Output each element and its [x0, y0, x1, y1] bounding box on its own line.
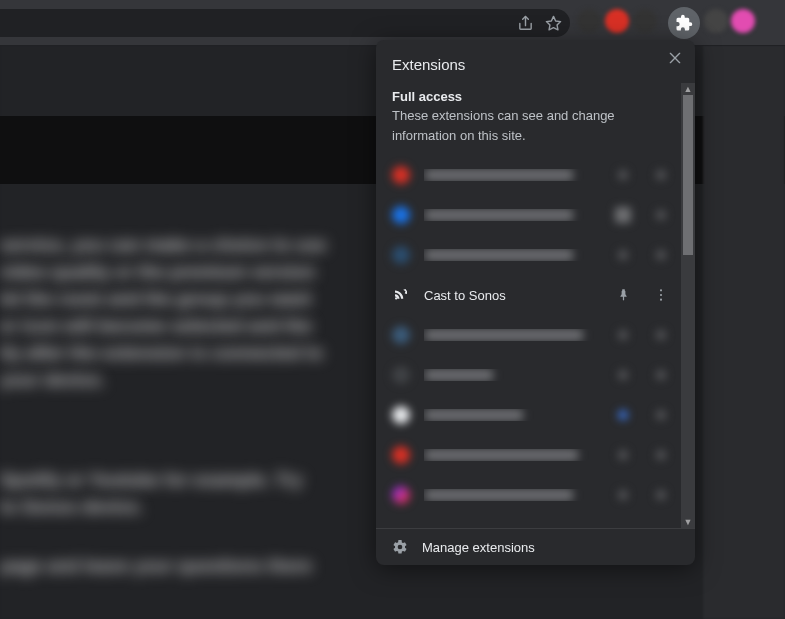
background-text: Spotify or Youtube for example. Try [0, 470, 302, 491]
svg-point-3 [395, 297, 397, 299]
scrollbar-thumb[interactable] [683, 95, 693, 255]
extensions-popup: Extensions Full access These extensions … [376, 40, 695, 565]
pin-button[interactable] [611, 363, 635, 387]
extension-name: Cast to Sonos [424, 288, 597, 303]
popup-title: Extensions [392, 50, 679, 77]
extension-icon [392, 326, 410, 344]
pin-button[interactable] [611, 203, 635, 227]
pin-button[interactable] [611, 283, 635, 307]
extension-name [424, 489, 574, 501]
extension-name [424, 329, 584, 341]
extension-icon [392, 446, 410, 464]
omnibox[interactable] [0, 9, 570, 37]
more-button[interactable] [649, 483, 673, 507]
more-button[interactable] [649, 443, 673, 467]
extension-icon [392, 406, 410, 424]
pin-button[interactable] [611, 483, 635, 507]
extension-row[interactable] [376, 395, 681, 435]
extension-name [424, 169, 574, 181]
more-button[interactable] [649, 243, 673, 267]
background-text: video quality or the premium version [0, 262, 315, 283]
background-text: let the room and the group you want [0, 289, 311, 310]
popup-body: Full access These extensions can see and… [376, 83, 695, 528]
extension-row[interactable] [376, 195, 681, 235]
extensions-button[interactable] [668, 7, 700, 39]
extension-icon [392, 206, 410, 224]
close-button[interactable] [665, 48, 685, 68]
section-heading: Full access [376, 83, 681, 104]
extension-icon [392, 246, 410, 264]
page-right-column [703, 45, 785, 619]
more-button[interactable] [649, 323, 673, 347]
pin-button[interactable] [611, 403, 635, 427]
extension-row-cast-to-sonos[interactable]: Cast to Sonos [376, 275, 681, 315]
more-button[interactable] [649, 203, 673, 227]
background-text: your device. [0, 370, 105, 391]
svg-marker-0 [546, 16, 560, 29]
extension-icon [392, 366, 410, 384]
svg-point-6 [660, 299, 662, 301]
popup-header: Extensions [376, 40, 695, 83]
manage-extensions-label: Manage extensions [422, 540, 535, 555]
background-text: tly after the extension is connected to [0, 343, 323, 364]
manage-extensions-button[interactable]: Manage extensions [376, 528, 695, 565]
extension-name [424, 449, 579, 461]
extension-icon [392, 166, 410, 184]
gear-icon [392, 539, 408, 555]
extension-row[interactable] [376, 475, 681, 515]
more-button[interactable] [649, 363, 673, 387]
sonos-icon [392, 286, 410, 304]
extension-list-scroll: Full access These extensions can see and… [376, 83, 681, 528]
pin-button[interactable] [611, 323, 635, 347]
extension-row[interactable] [376, 155, 681, 195]
background-text: service, you can make a choice to use [0, 235, 326, 256]
scrollbar[interactable]: ▲ ▼ [681, 83, 695, 528]
extension-row[interactable] [376, 315, 681, 355]
toolbar-extension-icons [577, 9, 657, 33]
more-button[interactable] [649, 163, 673, 187]
share-icon[interactable] [516, 14, 534, 32]
background-text: to Sonos device. [0, 497, 143, 518]
scroll-up-arrow[interactable]: ▲ [681, 83, 695, 95]
pin-button[interactable] [611, 243, 635, 267]
svg-point-5 [660, 294, 662, 296]
more-button[interactable] [649, 403, 673, 427]
background-text: er icon will become selected and the [0, 316, 312, 337]
more-button[interactable] [649, 283, 673, 307]
svg-point-4 [660, 289, 662, 291]
extension-row[interactable] [376, 235, 681, 275]
extension-row[interactable] [376, 355, 681, 395]
extension-name [424, 369, 494, 381]
scroll-down-arrow[interactable]: ▼ [681, 516, 695, 528]
pin-button[interactable] [611, 163, 635, 187]
background-text: page and leave your questions there [0, 556, 312, 577]
extension-icon [392, 486, 410, 504]
star-icon[interactable] [544, 14, 562, 32]
extension-name [424, 409, 524, 421]
extension-row[interactable] [376, 435, 681, 475]
section-description: These extensions can see and change info… [376, 104, 681, 155]
extension-name [424, 209, 574, 221]
pin-button[interactable] [611, 443, 635, 467]
extension-name [424, 249, 574, 261]
toolbar-profile-area [704, 9, 755, 33]
